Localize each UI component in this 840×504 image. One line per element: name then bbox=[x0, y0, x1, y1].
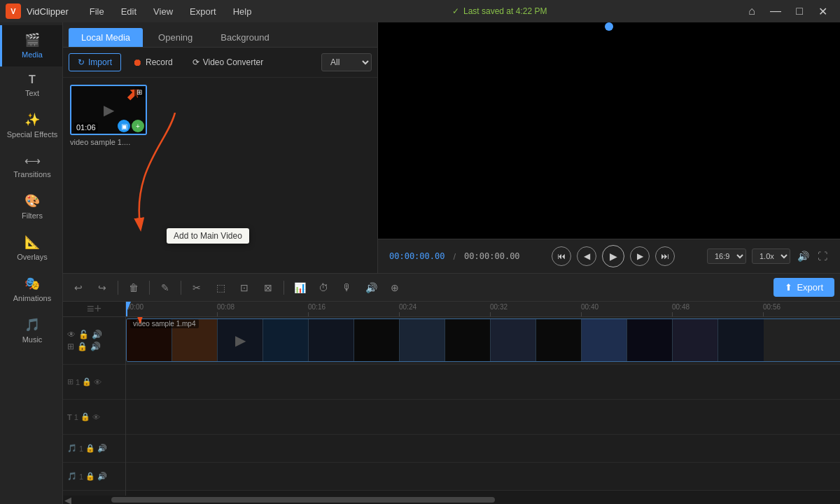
more-button[interactable]: ⊕ bbox=[385, 278, 405, 298]
ruler-marks: 00:00 00:08 00:16 00:24 bbox=[126, 302, 840, 316]
tab-opening[interactable]: Opening bbox=[146, 28, 205, 47]
crop-audio-button[interactable]: ⊡ bbox=[234, 278, 254, 298]
import-button[interactable]: ↻ Import bbox=[69, 53, 121, 71]
crop-video-button[interactable]: ⬚ bbox=[211, 278, 230, 298]
fullscreen-button[interactable]: ⛶ bbox=[816, 249, 829, 263]
save-status: ✓ Last saved at 4:22 PM bbox=[452, 6, 547, 16]
transitions-icon: ⟷ bbox=[24, 154, 41, 167]
menu-export[interactable]: Export bbox=[183, 4, 223, 20]
video-visibility-button[interactable]: 👁 bbox=[67, 330, 76, 340]
left-sidebar: 🎬 Media T Text ✨ Special Effects ⟷ Trans… bbox=[0, 22, 63, 504]
video-lock-button[interactable]: 🔓 bbox=[78, 330, 89, 340]
playback-controls: 00:00:00.00 / 00:00:00.00 ⏮ ◀ ▶ ▶ ⏭ 16:9… bbox=[378, 239, 840, 273]
redo-button[interactable]: ↪ bbox=[92, 278, 112, 298]
keyframe-button[interactable]: 📊 bbox=[290, 278, 309, 298]
tab-local-media[interactable]: Local Media bbox=[69, 28, 143, 47]
minimize-button[interactable]: — bbox=[764, 0, 787, 22]
checkmark-icon: ✓ bbox=[452, 6, 459, 16]
edit-button[interactable]: ✎ bbox=[155, 278, 175, 298]
preview-area bbox=[378, 22, 840, 239]
export-button[interactable]: ⬆ Export bbox=[774, 278, 834, 297]
timeline-section: ↩ ↪ 🗑 ✎ ✂ ⬚ ⊡ ⊠ 📊 ⏱ 🎙 🔊 ⊕ ⬆ Export bbox=[63, 273, 840, 504]
media-thumbnail-1[interactable]: ▶ 01:06 ▣ + bbox=[70, 85, 147, 135]
text-lock-button[interactable]: 🔒 bbox=[80, 412, 90, 421]
sidebar-item-media[interactable]: 🎬 Media bbox=[0, 25, 62, 66]
overlay-track bbox=[126, 365, 840, 400]
saved-status-text: Last saved at 4:22 PM bbox=[463, 6, 547, 16]
aspect-ratio-select[interactable]: 16:9 9:16 1:1 4:3 bbox=[707, 248, 746, 264]
overlay-visibility-button[interactable]: 👁 bbox=[94, 378, 102, 386]
media-panel: Local Media Opening Background ↻ Import … bbox=[63, 22, 378, 273]
step-back-button[interactable]: ◀ bbox=[577, 246, 596, 266]
step-forward-button[interactable]: ▶ bbox=[630, 246, 650, 266]
scroll-left-button[interactable]: ◀ bbox=[63, 496, 73, 504]
tab-background[interactable]: Background bbox=[208, 28, 281, 47]
volume-button[interactable]: 🔊 bbox=[796, 249, 811, 263]
menu-edit[interactable]: Edit bbox=[114, 4, 144, 20]
export-icon: ⬆ bbox=[785, 282, 792, 293]
ruler-mark-56: 00:56 bbox=[763, 302, 780, 316]
record-button[interactable]: ⏺ Record bbox=[124, 53, 181, 71]
audio-vol-button[interactable]: 🔊 bbox=[97, 444, 107, 453]
thumb-add-button[interactable]: + bbox=[132, 120, 144, 132]
clip-thumb-3: ▶ bbox=[218, 319, 263, 361]
audio2-label-icons: 🎵 1 🔒 🔊 bbox=[67, 472, 107, 481]
sidebar-item-transitions[interactable]: ⟷ Transitions bbox=[0, 147, 62, 186]
sidebar-label-special-effects: Special Effects bbox=[7, 130, 58, 139]
timeline-content: ≡+ 👁 🔓 🔊 ⊞ 🔒 🔊 bbox=[63, 302, 840, 496]
audio-button[interactable]: 🎙 bbox=[337, 278, 357, 298]
close-button[interactable]: ✕ bbox=[812, 0, 834, 22]
video-track: video sample 1.mp4 ▶ bbox=[126, 317, 840, 365]
video-converter-button[interactable]: ⟳ Video Converter bbox=[184, 54, 272, 71]
sidebar-item-animations[interactable]: 🎭 Animations bbox=[0, 269, 62, 310]
undo-button[interactable]: ↩ bbox=[69, 278, 88, 298]
video-clip[interactable]: ▶ bbox=[126, 318, 840, 362]
import-label: Import bbox=[88, 57, 112, 67]
menu-help[interactable]: Help bbox=[226, 4, 259, 20]
app-logo: V bbox=[6, 4, 21, 19]
play-controls: ⏮ ◀ ▶ ▶ ⏭ bbox=[552, 245, 675, 267]
media-tab-bar: Local Media Opening Background bbox=[63, 22, 377, 48]
filters-icon: 🎨 bbox=[24, 193, 40, 209]
animations-icon: 🎭 bbox=[24, 276, 40, 291]
speed-button[interactable]: ⏱ bbox=[314, 278, 333, 298]
split-button[interactable]: ✂ bbox=[187, 278, 206, 298]
play-pause-button[interactable]: ▶ bbox=[602, 245, 624, 267]
home-button[interactable]: ⌂ bbox=[741, 0, 763, 22]
delete-button[interactable]: 🗑 bbox=[124, 278, 144, 298]
thumb-pip-button[interactable]: ▣ bbox=[118, 120, 130, 132]
video-audio-button[interactable]: 🔊 bbox=[92, 330, 102, 340]
sidebar-item-overlays[interactable]: 📐 Overlays bbox=[0, 227, 62, 269]
overlay-lock-button[interactable]: 🔒 bbox=[82, 377, 92, 386]
skip-back-button[interactable]: ⏮ bbox=[552, 246, 571, 266]
menu-file[interactable]: File bbox=[83, 4, 111, 20]
voice-button[interactable]: 🔊 bbox=[361, 278, 381, 298]
sidebar-item-text[interactable]: T Text bbox=[0, 66, 62, 105]
text-visibility-button[interactable]: 👁 bbox=[92, 413, 100, 421]
sidebar-item-music[interactable]: 🎵 Music bbox=[0, 310, 62, 351]
zoom-select[interactable]: 1.0x 0.5x 1.5x 2.0x bbox=[752, 248, 790, 264]
audio2-lock-button[interactable]: 🔒 bbox=[85, 472, 95, 481]
timeline-scrollbar[interactable]: ◀ bbox=[63, 496, 840, 504]
freeze-button[interactable]: ⊠ bbox=[258, 278, 278, 298]
scrollbar-thumb[interactable] bbox=[111, 497, 495, 503]
skip-forward-button[interactable]: ⏭ bbox=[655, 246, 675, 266]
add-track-button[interactable]: ≡+ bbox=[87, 302, 102, 316]
filter-select[interactable]: All Video Audio Image bbox=[321, 53, 372, 71]
media-grid: ▶ 01:06 ▣ + bbox=[63, 78, 377, 273]
video-track-label: 👁 🔓 🔊 ⊞ 🔒 🔊 bbox=[63, 317, 125, 365]
audio2-vol-button[interactable]: 🔊 bbox=[97, 472, 107, 481]
export-label: Export bbox=[797, 282, 823, 293]
audio-lock-button[interactable]: 🔒 bbox=[85, 444, 95, 453]
preview-playhead bbox=[605, 22, 613, 31]
scrollbar-track[interactable] bbox=[73, 496, 840, 504]
preview-panel: 00:00:00.00 / 00:00:00.00 ⏮ ◀ ▶ ▶ ⏭ 16:9… bbox=[378, 22, 840, 273]
sidebar-item-special-effects[interactable]: ✨ Special Effects bbox=[0, 105, 62, 146]
video-track-vol-icon: 🔊 bbox=[90, 342, 101, 351]
clip-thumb-7 bbox=[400, 319, 445, 361]
maximize-button[interactable]: □ bbox=[788, 0, 811, 22]
text-track-label: T 1 🔒 👁 bbox=[63, 400, 125, 435]
sidebar-item-filters[interactable]: 🎨 Filters bbox=[0, 186, 62, 227]
top-section: Local Media Opening Background ↻ Import … bbox=[63, 22, 840, 273]
menu-view[interactable]: View bbox=[146, 4, 180, 20]
